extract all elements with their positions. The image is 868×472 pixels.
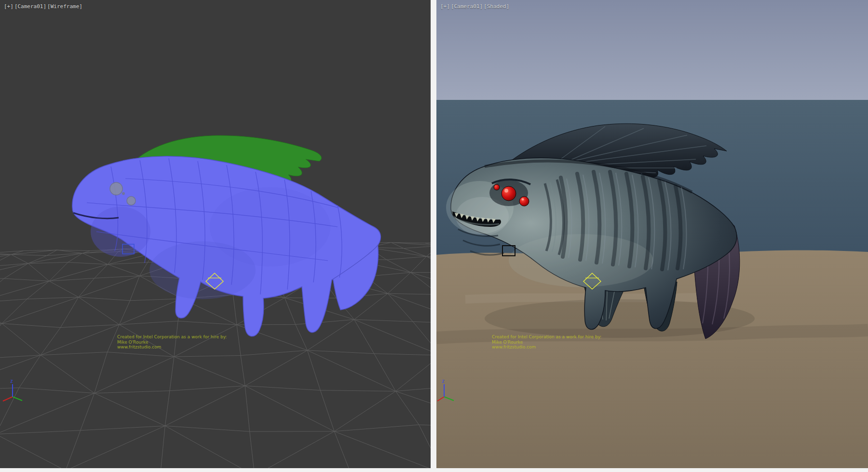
viewport-area: z [+][Camera01][Wireframe] Created for I… [0, 0, 868, 472]
wireframe-scene: z [0, 0, 431, 468]
sky [436, 0, 868, 101]
shading-menu[interactable]: [Wireframe] [47, 3, 82, 10]
watermark: Created for Intel Corporation as a work … [492, 334, 601, 350]
watermark-line: Created for Intel Corporation as a work … [492, 334, 601, 340]
watermark-line: Mike O'Rourke [117, 340, 227, 345]
viewport-menu-button[interactable]: [+] [440, 3, 450, 10]
watermark-line: www.fritzstudio.com [492, 345, 601, 350]
camera-menu[interactable]: [Camera01] [14, 3, 46, 10]
viewport-label: [+][Camera01][Wireframe] [4, 3, 83, 10]
shading-menu[interactable]: [Shaded] [484, 3, 509, 10]
eye-red-third [494, 184, 500, 190]
axis-z-label: z [10, 378, 13, 384]
window-edge [0, 468, 868, 472]
eye-red-small [519, 196, 529, 206]
watermark-line: Mike O'Rourke [492, 340, 601, 345]
eye-red-large [502, 186, 516, 201]
viewport-splitter[interactable] [431, 0, 436, 468]
watermark-line: Created for Intel Corporation as a work … [117, 334, 227, 340]
viewport-label: [+][Camera01][Shaded] [440, 3, 510, 10]
watermark: Created for Intel Corporation as a work … [117, 334, 227, 350]
shaded-scene: z [436, 0, 868, 468]
camera-menu[interactable]: [Camera01] [451, 3, 483, 10]
viewport-wireframe[interactable]: z [+][Camera01][Wireframe] Created for I… [0, 0, 431, 468]
watermark-line: www.fritzstudio.com [117, 345, 227, 350]
viewport-shaded[interactable]: z [+][Camera01][Shaded] Created for Inte… [436, 0, 868, 468]
axis-z-label: z [442, 378, 445, 384]
viewport-menu-button[interactable]: [+] [4, 3, 14, 10]
